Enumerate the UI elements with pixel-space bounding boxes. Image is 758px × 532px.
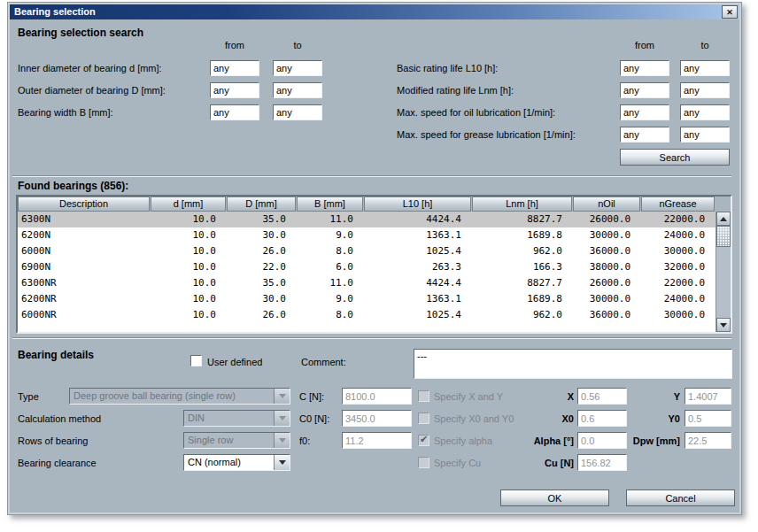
triangle-down-icon — [720, 323, 727, 328]
table-row[interactable]: 6000N10.026.08.01025.4962.036000.030000.… — [18, 243, 715, 259]
search-from-input[interactable] — [620, 104, 669, 120]
search-from-input[interactable] — [210, 82, 259, 98]
table-row[interactable]: 6900N10.022.06.0263.3166.338000.032000.0 — [18, 259, 715, 275]
checkbox-specify-alpha[interactable]: ✔ — [418, 435, 429, 446]
table-row[interactable]: 6200NR10.030.09.01363.11689.830000.02400… — [18, 291, 715, 307]
search-from-input[interactable] — [620, 60, 669, 76]
checkbox-specify-x0-and-y0[interactable] — [418, 412, 429, 424]
value-input[interactable] — [577, 454, 627, 471]
table-cell: 10.0 — [151, 212, 227, 227]
field-label: Cu [N] — [468, 458, 574, 468]
field-label: X0 — [468, 413, 574, 424]
value-input[interactable] — [685, 410, 731, 427]
table-body: 6300N10.035.011.04424.48827.726000.02200… — [18, 212, 731, 332]
column-header-description[interactable]: Description — [18, 197, 150, 212]
search-to-input[interactable] — [273, 82, 322, 98]
column-header-noil[interactable]: nOil — [573, 197, 640, 212]
cancel-button[interactable]: Cancel — [626, 490, 735, 506]
from-column-label: from — [620, 40, 669, 50]
select-value: Deep groove ball bearing (single row) — [70, 389, 274, 404]
table-cell: 30000.0 — [641, 307, 715, 323]
search-from-input[interactable] — [620, 82, 669, 98]
table-row[interactable]: 6300NR10.035.011.04424.48827.726000.0220… — [18, 275, 715, 291]
search-to-input[interactable] — [273, 60, 322, 76]
table-rows: 6300N10.035.011.04424.48827.726000.02200… — [18, 212, 715, 332]
search-section-heading: Bearing selection search — [18, 27, 143, 39]
column-header-lnm-h[interactable]: Lnm [h] — [472, 197, 572, 212]
select-rows-of-bearing[interactable]: Single row — [183, 432, 290, 449]
dropdown-button[interactable] — [274, 411, 290, 426]
column-header-d-mm[interactable]: d [mm] — [151, 197, 226, 212]
checkbox-specify-cu[interactable] — [418, 457, 429, 468]
rating-input[interactable] — [342, 432, 412, 449]
table-cell: 1025.4 — [364, 307, 472, 323]
value-input[interactable] — [685, 432, 731, 449]
select-value: CN (normal) — [184, 455, 274, 470]
search-row-label: Inner diameter of bearing d [mm]: — [18, 63, 162, 73]
table-scrollbar[interactable] — [715, 212, 731, 332]
field-label: Y — [618, 391, 680, 402]
chevron-down-icon — [279, 438, 286, 443]
column-header-d-mm[interactable]: D [mm] — [227, 197, 296, 212]
check-icon: ✔ — [420, 434, 428, 445]
table-row[interactable]: 6200N10.030.09.01363.11689.830000.024000… — [18, 227, 715, 243]
scroll-down-button[interactable] — [716, 318, 731, 332]
scrollbar-thumb[interactable] — [716, 226, 731, 247]
table-cell: 11.0 — [297, 212, 364, 227]
select-type[interactable]: Deep groove ball bearing (single row) — [69, 388, 290, 405]
from-column-label: from — [210, 40, 259, 50]
table-cell: 10.0 — [151, 259, 227, 275]
value-input[interactable] — [685, 388, 731, 405]
scroll-up-button[interactable] — [716, 212, 731, 226]
column-header-l10-h[interactable]: L10 [h] — [364, 197, 471, 212]
close-icon: ✕ — [726, 8, 733, 17]
select-value: DIN — [184, 411, 274, 426]
bearing-details-heading: Bearing details — [18, 349, 94, 361]
table-cell: 10.0 — [151, 275, 227, 291]
user-defined-checkbox[interactable] — [190, 355, 202, 366]
column-header-ngrease[interactable]: nGrease — [641, 197, 715, 212]
rating-input[interactable] — [342, 410, 412, 427]
field-label: X — [468, 391, 574, 402]
search-from-input[interactable] — [210, 60, 259, 76]
table-cell: 30000.0 — [573, 227, 641, 243]
search-button[interactable]: Search — [620, 149, 730, 166]
search-row-label: Bearing width B [mm]: — [18, 107, 113, 118]
search-to-input[interactable] — [680, 82, 730, 98]
search-to-input[interactable] — [273, 104, 322, 120]
rating-input[interactable] — [342, 388, 412, 405]
search-to-input[interactable] — [680, 127, 730, 143]
detail-row-label: Rows of bearing — [18, 436, 89, 446]
search-from-input[interactable] — [620, 127, 669, 143]
dropdown-button[interactable] — [274, 389, 290, 404]
table-row[interactable]: 6300N10.035.011.04424.48827.726000.02200… — [18, 212, 715, 227]
column-header-b-mm[interactable]: B [mm] — [297, 197, 363, 212]
table-cell: 26000.0 — [573, 212, 641, 227]
search-row-label: Modified rating life Lnm [h]: — [397, 85, 514, 96]
checkbox-specify-x-and-y[interactable] — [418, 390, 429, 402]
table-cell: 8827.7 — [472, 275, 573, 291]
table-cell: 4424.4 — [364, 275, 472, 291]
title-bar[interactable]: Bearing selection ✕ — [10, 4, 739, 19]
select-calculation-method[interactable]: DIN — [183, 410, 290, 427]
table-cell: 962.0 — [472, 243, 573, 259]
table-cell: 6300NR — [18, 275, 151, 291]
close-button[interactable]: ✕ — [722, 5, 738, 19]
to-column-label: to — [273, 40, 322, 50]
table-cell: 10.0 — [151, 291, 227, 307]
search-row-label: Basic rating life L10 [h]: — [397, 63, 498, 73]
table-cell: 32000.0 — [641, 259, 715, 275]
ok-button[interactable]: OK — [500, 490, 609, 506]
comment-textarea[interactable]: --- — [414, 349, 732, 379]
table-cell: 24000.0 — [641, 291, 715, 307]
dropdown-button[interactable] — [274, 455, 290, 470]
table-row[interactable]: 6000NR10.026.08.01025.4962.036000.030000… — [18, 307, 715, 323]
search-to-input[interactable] — [680, 104, 730, 120]
table-cell: 10.0 — [151, 307, 227, 323]
dropdown-button[interactable] — [274, 433, 290, 448]
detail-row-label: Calculation method — [18, 413, 101, 424]
search-from-input[interactable] — [210, 104, 259, 120]
select-bearing-clearance[interactable]: CN (normal) — [183, 454, 290, 471]
to-column-label: to — [680, 40, 730, 50]
search-to-input[interactable] — [680, 60, 730, 76]
